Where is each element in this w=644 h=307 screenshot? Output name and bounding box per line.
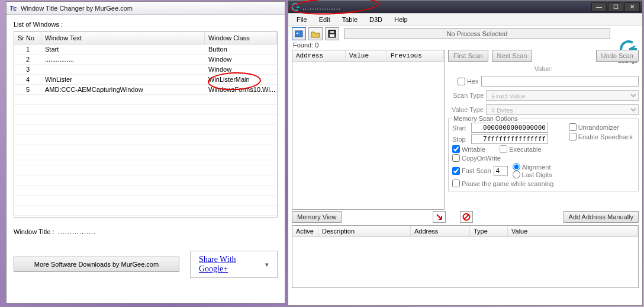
titlebar-left[interactable]: Tc Window Title Changer by MurGee.com [7, 2, 285, 15]
open-file-button[interactable] [308, 27, 323, 40]
titlebar-right[interactable]: ................ — ☐ ✕ [288, 1, 642, 14]
pause-checkbox[interactable] [452, 180, 460, 187]
address-table[interactable]: Active Description Address Type Value [292, 225, 639, 288]
fastscan-label: Fast Scan [462, 167, 491, 174]
add-address-manually-button[interactable]: Add Address Manually [564, 211, 639, 223]
hex-checkbox[interactable] [458, 78, 465, 85]
speedhack-label: Enable Speedhack [578, 133, 633, 140]
start-label: Start [452, 124, 469, 132]
col-val[interactable]: Value [508, 226, 638, 236]
col-addr[interactable]: Address [411, 226, 470, 236]
header-srno[interactable]: Sr No [14, 32, 41, 44]
hex-label: Hex [467, 78, 479, 85]
lastdigits-radio[interactable] [513, 171, 520, 178]
scan-results-list[interactable]: Address Value Previous [292, 50, 445, 210]
valuetype-select[interactable]: 4 Bytes [486, 104, 639, 115]
title-changer-window: Tc Window Title Changer by MurGee.com Li… [6, 1, 285, 303]
next-scan-button[interactable]: Next Scan [492, 50, 533, 62]
ce-title-icon [291, 2, 300, 12]
memopts-legend: Memory Scan Options [452, 115, 519, 122]
svg-rect-6 [330, 31, 334, 33]
menu-edit[interactable]: Edit [314, 15, 335, 24]
table-row[interactable]: 1StartButton [14, 44, 277, 55]
fastscan-checkbox[interactable] [452, 167, 460, 175]
first-scan-button[interactable]: First Scan [448, 50, 488, 62]
start-input[interactable] [471, 123, 548, 133]
svg-line-10 [464, 215, 469, 219]
col-description[interactable]: Description [318, 226, 411, 236]
window-title-value: ................ [57, 228, 96, 235]
window-title-label: Window Title : [14, 228, 54, 235]
lastdigits-label: Last Digits [522, 171, 552, 178]
found-label: Found: 0 [288, 41, 642, 50]
svg-rect-5 [330, 34, 334, 37]
valuetype-label: Value Type [448, 106, 484, 113]
writable-checkbox[interactable] [452, 145, 460, 153]
menubar: File Edit Table D3D Help [288, 14, 642, 26]
stop-input[interactable] [471, 134, 548, 144]
minimize-button[interactable]: — [591, 2, 607, 12]
save-button[interactable] [325, 27, 339, 40]
more-downloads-button[interactable]: More Software Downloads by MurGee.com [14, 257, 179, 272]
speedhack-checkbox[interactable] [569, 133, 577, 140]
table-row[interactable]: 2................Window [14, 55, 277, 65]
svg-rect-2 [295, 31, 302, 37]
window-list-grid[interactable]: Sr No Window Text Window Class 1StartBut… [14, 31, 278, 218]
menu-help[interactable]: Help [389, 15, 413, 24]
share-box: Share With Google+ ▾ [190, 251, 278, 278]
maximize-button[interactable]: ☐ [608, 2, 623, 12]
pause-label: Pause the game while scanning [462, 180, 553, 187]
app-icon: Tc [9, 4, 18, 13]
col-address[interactable]: Address [292, 50, 346, 61]
copyonwrite-label: CopyOnWrite [462, 155, 501, 162]
executable-checkbox[interactable] [500, 145, 507, 153]
svg-text:Tc: Tc [9, 5, 17, 12]
menu-file[interactable]: File [292, 15, 312, 24]
unrandomizer-label: Unrandomizer [578, 124, 619, 131]
scantype-select[interactable]: Exact Value [486, 90, 639, 101]
dropdown-icon[interactable]: ▾ [265, 261, 269, 268]
process-bar: No Process Selected [344, 28, 610, 39]
open-process-button[interactable] [292, 27, 306, 40]
list-label: List of Windows : [14, 21, 278, 28]
undo-scan-button[interactable]: Undo Scan [596, 50, 639, 62]
svg-rect-3 [297, 33, 298, 34]
memory-view-button[interactable]: Memory View [292, 211, 342, 223]
executable-label: Executable [509, 146, 541, 153]
fastscan-input[interactable] [494, 166, 508, 176]
value-input[interactable] [481, 76, 639, 87]
title-text-right: ................ [302, 4, 591, 11]
alignment-radio[interactable] [513, 163, 520, 171]
close-button[interactable]: ✕ [624, 2, 640, 12]
alignment-label: Alignment [522, 164, 551, 171]
title-text-left: Window Title Changer by MurGee.com [21, 5, 282, 12]
table-row[interactable]: 4WinListerWinListerMain [14, 75, 277, 85]
table-row[interactable]: 3Window [14, 65, 277, 75]
col-value[interactable]: Value [346, 50, 387, 61]
scantype-label: Scan Type [448, 92, 484, 99]
col-active[interactable]: Active [292, 226, 318, 236]
clear-list-button[interactable] [460, 211, 473, 223]
unrandomizer-checkbox[interactable] [569, 123, 577, 131]
header-window-class[interactable]: Window Class [205, 32, 277, 44]
table-row[interactable]: 5AMD:CCC-AEMCapturingWindowWindowsForms1… [14, 85, 277, 95]
menu-table[interactable]: Table [337, 15, 362, 24]
writable-label: Writable [462, 146, 485, 153]
menu-d3d[interactable]: D3D [365, 15, 387, 24]
copyonwrite-checkbox[interactable] [452, 154, 460, 162]
header-window-text[interactable]: Window Text [41, 32, 205, 44]
add-to-list-button[interactable] [433, 211, 446, 223]
grid-header: Sr No Window Text Window Class [14, 32, 277, 44]
value-label: Value: [534, 65, 552, 72]
col-type[interactable]: Type [470, 226, 508, 236]
col-previous[interactable]: Previous [387, 50, 444, 61]
cheat-engine-window: ................ — ☐ ✕ File Edit Table D… [288, 0, 643, 306]
share-google-link[interactable]: Share With Google+ [199, 255, 262, 274]
stop-label: Stop [452, 136, 469, 143]
